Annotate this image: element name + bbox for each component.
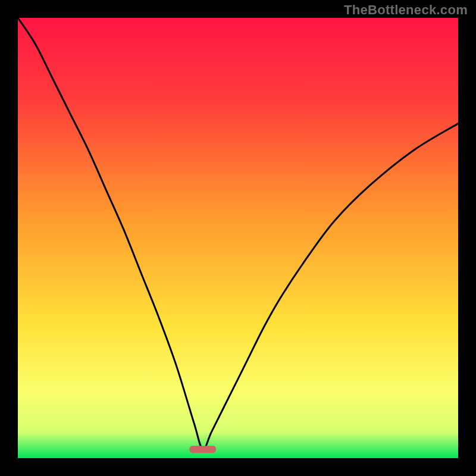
bottleneck-curve (18, 18, 458, 449)
plot-area (18, 18, 458, 458)
watermark-text: TheBottleneck.com (344, 2, 468, 18)
optimum-marker (190, 446, 216, 453)
chart-canvas (18, 18, 458, 458)
outer-frame: TheBottleneck.com (0, 0, 476, 476)
